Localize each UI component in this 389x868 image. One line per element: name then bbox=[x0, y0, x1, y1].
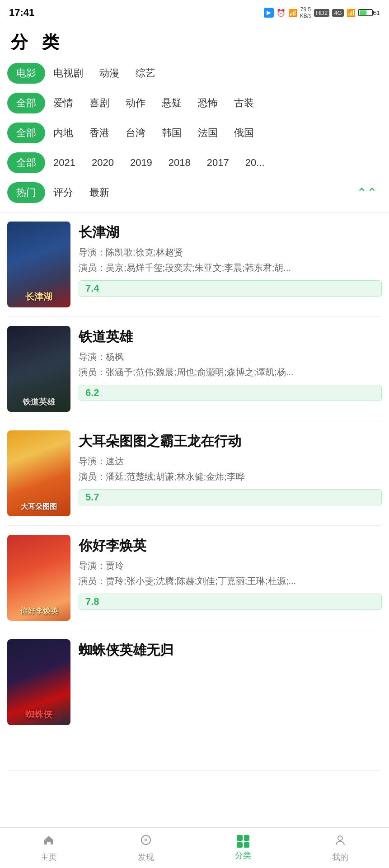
movie-item-zhizhu[interactable]: 蜘蛛侠英雄无归 bbox=[7, 630, 382, 771]
filter-year-2019[interactable]: 2019 bbox=[122, 153, 160, 172]
5g-signal: 📶 bbox=[347, 9, 356, 17]
movie-director-nihao: 导演：贾玲 bbox=[79, 560, 382, 572]
movie-actors-nihao: 演员：贾玲;张小斐;沈腾;陈赫;刘佳;丁嘉丽;王琳;杜源;... bbox=[79, 575, 382, 587]
filter-row-type: 电影 电视剧 动漫 综艺 bbox=[7, 63, 382, 84]
filter-region-hk[interactable]: 香港 bbox=[81, 123, 117, 143]
movie-list: 长津湖 导演：陈凯歌;徐克;林超贤 演员：吴京;易烊千玺;段奕宏;朱亚文;李晨;… bbox=[0, 212, 389, 771]
filter-genre-romance[interactable]: 爱情 bbox=[45, 93, 81, 113]
filter-region-active[interactable]: 全部 bbox=[7, 123, 45, 143]
filter-genre-costume[interactable]: 古装 bbox=[226, 93, 262, 113]
movie-poster-changjinhu bbox=[7, 222, 70, 307]
filter-year-active[interactable]: 全部 bbox=[7, 152, 45, 173]
4g-badge: 4G bbox=[332, 9, 343, 17]
filter-row-region: 全部 内地 香港 台湾 韩国 法国 俄国 bbox=[7, 123, 382, 143]
movie-poster-tiedao bbox=[7, 326, 70, 412]
movie-title-daer: 大耳朵图图之霸王龙在行动 bbox=[79, 432, 382, 451]
filter-year-2020[interactable]: 2020 bbox=[84, 153, 122, 172]
filter-genre-horror[interactable]: 恐怖 bbox=[190, 93, 226, 113]
nav-label-discover: 发现 bbox=[138, 852, 154, 863]
status-icons: ▶ ⏰ 📶 79.5KB/s HD2 4G 📶 51 bbox=[264, 6, 380, 19]
movie-title-zhizhu: 蜘蛛侠英雄无归 bbox=[79, 641, 382, 660]
hd2-badge: HD2 bbox=[314, 9, 329, 17]
movie-director-changjinhu: 导演：陈凯歌;徐克;林超贤 bbox=[79, 246, 382, 259]
nav-item-category[interactable]: 分类 bbox=[195, 835, 292, 861]
alarm-icon: ⏰ bbox=[277, 9, 286, 17]
movie-actors-tiedao: 演员：张涵予;范伟;魏晨;周也;俞灏明;森博之;谭凯;杨... bbox=[79, 366, 382, 378]
movie-title-changjinhu: 长津湖 bbox=[79, 223, 382, 242]
home-icon bbox=[42, 834, 55, 849]
movie-rating-daer: 5.7 bbox=[79, 489, 382, 505]
filter-type-tv[interactable]: 电视剧 bbox=[45, 63, 91, 84]
movie-item-changjinhu[interactable]: 长津湖 导演：陈凯歌;徐克;林超贤 演员：吴京;易烊千玺;段奕宏;朱亚文;李晨;… bbox=[7, 212, 382, 317]
nav-item-profile[interactable]: 我的 bbox=[292, 834, 389, 863]
filter-genre-comedy[interactable]: 喜剧 bbox=[81, 93, 117, 113]
movie-item-nihao[interactable]: 你好李焕英 导演：贾玲 演员：贾玲;张小斐;沈腾;陈赫;刘佳;丁嘉丽;王琳;杜源… bbox=[7, 526, 382, 630]
nav-label-category: 分类 bbox=[235, 850, 251, 861]
filter-row-year: 全部 2021 2020 2019 2018 2017 20... bbox=[7, 152, 382, 173]
discover-icon bbox=[140, 834, 152, 849]
filter-sort-active[interactable]: 热门 bbox=[7, 182, 45, 203]
filter-genre-active[interactable]: 全部 bbox=[7, 93, 45, 113]
signal-icon: 📶 bbox=[288, 9, 297, 17]
movie-rating-tiedao: 6.2 bbox=[79, 385, 382, 401]
profile-icon bbox=[334, 834, 347, 849]
filter-region-russia[interactable]: 俄国 bbox=[226, 123, 262, 143]
network-speed: 79.5KB/s bbox=[300, 6, 311, 19]
nav-label-profile: 我的 bbox=[332, 852, 348, 863]
movie-actors-changjinhu: 演员：吴京;易烊千玺;段奕宏;朱亚文;李晨;韩东君;胡... bbox=[79, 261, 382, 274]
movie-poster-daer bbox=[7, 430, 70, 516]
filter-section: 电影 电视剧 动漫 综艺 全部 爱情 喜剧 动作 悬疑 恐怖 古装 全部 内地 … bbox=[0, 63, 389, 203]
movie-item-tiedao[interactable]: 铁道英雄 导演：杨枫 演员：张涵予;范伟;魏晨;周也;俞灏明;森博之;谭凯;杨.… bbox=[7, 317, 382, 421]
movie-item-daer[interactable]: 大耳朵图图之霸王龙在行动 导演：速达 演员：潘延;范楚绒;胡谦;林永健;金炜;李… bbox=[7, 421, 382, 526]
filter-type-anime[interactable]: 动漫 bbox=[91, 63, 127, 84]
filter-region-mainland[interactable]: 内地 bbox=[45, 123, 81, 143]
filter-region-korea[interactable]: 韩国 bbox=[154, 123, 190, 143]
movie-info-daer: 大耳朵图图之霸王龙在行动 导演：速达 演员：潘延;范楚绒;胡谦;林永健;金炜;李… bbox=[79, 430, 382, 516]
movie-rating-changjinhu: 7.4 bbox=[79, 280, 382, 297]
movie-info-tiedao: 铁道英雄 导演：杨枫 演员：张涵予;范伟;魏晨;周也;俞灏明;森博之;谭凯;杨.… bbox=[79, 326, 382, 412]
nav-item-discover[interactable]: 发现 bbox=[97, 834, 194, 863]
filter-sort-newest[interactable]: 最新 bbox=[81, 182, 117, 203]
status-bar: 17:41 ▶ ⏰ 📶 79.5KB/s HD2 4G 📶 51 bbox=[0, 0, 389, 24]
filter-year-2017[interactable]: 2017 bbox=[199, 153, 237, 172]
filter-region-france[interactable]: 法国 bbox=[190, 123, 226, 143]
filter-region-tw[interactable]: 台湾 bbox=[117, 123, 154, 143]
svg-point-2 bbox=[145, 839, 146, 840]
filter-genre-action[interactable]: 动作 bbox=[117, 93, 154, 113]
movie-title-tiedao: 铁道英雄 bbox=[79, 328, 382, 346]
nav-item-home[interactable]: 主页 bbox=[0, 834, 97, 863]
filter-row-sort: 热门 评分 最新 ⌃⌃ bbox=[7, 182, 382, 203]
filter-genre-mystery[interactable]: 悬疑 bbox=[154, 93, 190, 113]
movie-info-nihao: 你好李焕英 导演：贾玲 演员：贾玲;张小斐;沈腾;陈赫;刘佳;丁嘉丽;王琳;杜源… bbox=[79, 535, 382, 621]
svg-point-3 bbox=[338, 836, 342, 840]
filter-type-active[interactable]: 电影 bbox=[7, 63, 45, 84]
status-time: 17:41 bbox=[9, 7, 34, 19]
filter-row-genre: 全部 爱情 喜剧 动作 悬疑 恐怖 古装 bbox=[7, 93, 382, 113]
movie-director-tiedao: 导演：杨枫 bbox=[79, 351, 382, 363]
battery-indicator: 51 bbox=[358, 9, 380, 16]
filter-type-variety[interactable]: 综艺 bbox=[127, 63, 164, 84]
movie-rating-nihao: 7.8 bbox=[79, 594, 382, 610]
filter-year-2018[interactable]: 2018 bbox=[160, 153, 199, 172]
nav-label-home: 主页 bbox=[41, 852, 57, 863]
movie-info-changjinhu: 长津湖 导演：陈凯歌;徐克;林超贤 演员：吴京;易烊千玺;段奕宏;朱亚文;李晨;… bbox=[79, 222, 382, 307]
movie-poster-nihao bbox=[7, 535, 70, 621]
movie-title-nihao: 你好李焕英 bbox=[79, 537, 382, 555]
movie-poster-zhizhu bbox=[7, 639, 70, 725]
app-icon-blue: ▶ bbox=[264, 8, 274, 18]
filter-year-more[interactable]: 20... bbox=[237, 153, 273, 172]
category-icon bbox=[237, 835, 249, 848]
collapse-filter-icon[interactable]: ⌃⌃ bbox=[356, 185, 382, 200]
movie-info-zhizhu: 蜘蛛侠英雄无归 bbox=[79, 639, 382, 725]
movie-director-daer: 导演：速达 bbox=[79, 455, 382, 467]
movie-actors-daer: 演员：潘延;范楚绒;胡谦;林永健;金炜;李晔 bbox=[79, 470, 382, 483]
filter-year-2021[interactable]: 2021 bbox=[45, 153, 84, 172]
page-title: 分 类 bbox=[0, 24, 389, 63]
filter-sort-rating[interactable]: 评分 bbox=[45, 182, 81, 203]
bottom-nav: 主页 发现 分类 我的 bbox=[0, 827, 389, 868]
